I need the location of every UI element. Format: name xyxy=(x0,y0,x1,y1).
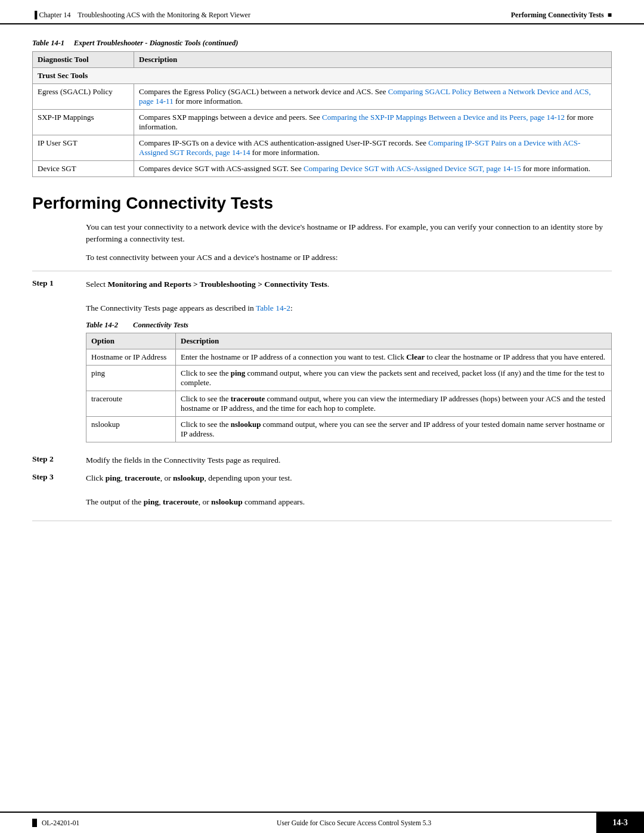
step1-row: Step 1 Select Monitoring and Reports > T… xyxy=(32,278,612,315)
table1-caption-number: Table 14-1 xyxy=(32,39,64,47)
table2-col2-header: Description xyxy=(176,333,612,349)
table2-col1-header: Option xyxy=(86,333,176,349)
tool-ipusersgt: IP User SGT xyxy=(33,135,134,161)
tool-egress: Egress (SGACL) Policy xyxy=(33,84,134,110)
step3-after: , depending upon your test. xyxy=(205,473,292,482)
section-rule xyxy=(32,271,612,271)
header-left: ▐ Chapter 14 Troubleshooting ACS with th… xyxy=(32,11,250,20)
table-row: Egress (SGACL) Policy Compares the Egres… xyxy=(33,84,612,110)
page-header: ▐ Chapter 14 Troubleshooting ACS with th… xyxy=(0,0,644,24)
step3-content: Click ping, traceroute, or nslookup, dep… xyxy=(86,472,612,509)
desc-egress-text2: for more information. xyxy=(174,97,243,106)
step2-label: Step 2 xyxy=(32,454,86,464)
intro-text-1: You can test your connectivity to a netw… xyxy=(86,221,612,246)
desc-ipusersgt: Compares IP-SGTs on a device with ACS au… xyxy=(134,135,612,161)
footer-guide-title: User Guide for Cisco Secure Access Contr… xyxy=(277,819,431,826)
table2-caption: Table 14-2 Connectivity Tests xyxy=(86,321,612,330)
table-row: ping Click to see the ping command outpu… xyxy=(86,365,612,391)
desc-nslookup-t1: Click to see the xyxy=(181,420,231,429)
desc-hostname-t2: to clear the hostname or IP address that… xyxy=(425,352,605,361)
table2-caption-number: Table 14-2 xyxy=(86,321,118,329)
desc-ipusersgt-text1: Compares IP-SGTs on a device with ACS au… xyxy=(139,138,428,147)
desc-hostname-t1: Enter the hostname or IP address of a co… xyxy=(181,352,406,361)
desc-egress-text1: Compares the Egress Policy (SGACL) betwe… xyxy=(139,87,388,96)
step3-out-cmd1: ping xyxy=(144,497,159,506)
step3-text-before: Click xyxy=(86,473,106,482)
table-row: Hostname or IP Address Enter the hostnam… xyxy=(86,349,612,365)
table1-subheader: Trust Sec Tools xyxy=(33,68,612,84)
step2-content: Modify the fields in the Connectivity Te… xyxy=(86,454,612,466)
table-row: traceroute Click to see the traceroute c… xyxy=(86,391,612,416)
step3-out-mid1: , xyxy=(159,497,163,506)
desc-sxp: Compares SXP mappings between a device a… xyxy=(134,110,612,135)
table2-caption-text: Connectivity Tests xyxy=(133,321,188,329)
footer-center: User Guide for Cisco Secure Access Contr… xyxy=(265,813,443,833)
table-row: SXP-IP Mappings Compares SXP mappings be… xyxy=(33,110,612,135)
page-footer: OL-24201-01 User Guide for Cisco Secure … xyxy=(0,812,644,833)
step3-out-mid2: , or xyxy=(199,497,211,506)
opt-hostname: Hostname or IP Address xyxy=(86,349,176,365)
step3-out-after: command appears. xyxy=(243,497,305,506)
step3-out-cmd3: nslookup xyxy=(211,497,243,506)
header-right: Performing Connectivity Tests ■ xyxy=(511,11,612,20)
link-sxp[interactable]: Comparing the SXP-IP Mappings Between a … xyxy=(322,113,565,122)
desc-ipusersgt-text2: for more information. xyxy=(250,148,319,157)
table1-col1-header: Diagnostic Tool xyxy=(33,52,134,68)
header-chapter-title: Troubleshooting ACS with the Monitoring … xyxy=(78,11,250,19)
step3-mid1: , xyxy=(120,473,125,482)
table1-caption-text: Expert Troubleshooter - Diagnostic Tools… xyxy=(74,39,239,47)
header-bar-icon: ▐ xyxy=(32,11,39,19)
section-title: Performing Connectivity Tests xyxy=(32,194,612,213)
table1-subheader-row: Trust Sec Tools xyxy=(33,68,612,84)
main-content: Table 14-1 Expert Troubleshooter - Diagn… xyxy=(0,24,644,576)
desc-ping-t1: Click to see the xyxy=(181,368,231,377)
desc-devicesgt-text1: Compares device SGT with ACS-assigned SG… xyxy=(139,164,304,173)
link-devicesgt[interactable]: Comparing Device SGT with ACS-Assigned D… xyxy=(304,164,521,173)
step3-mid2: , or xyxy=(160,473,173,482)
step2-row: Step 2 Modify the fields in the Connecti… xyxy=(32,454,612,466)
table1-col2-header: Description xyxy=(134,52,612,68)
link-table14-2[interactable]: Table 14-2 xyxy=(256,304,290,312)
step3-row: Step 3 Click ping, traceroute, or nslook… xyxy=(32,472,612,509)
opt-ping: ping xyxy=(86,365,176,391)
step1-text2: The Connectivity Tests page appears as d… xyxy=(86,304,256,312)
desc-ping: Click to see the ping command output, wh… xyxy=(176,365,612,391)
step1-label: Step 1 xyxy=(32,278,86,288)
desc-devicesgt: Compares device SGT with ACS-assigned SG… xyxy=(134,161,612,177)
table1: Diagnostic Tool Description Trust Sec To… xyxy=(32,51,612,177)
desc-traceroute-t1: Click to see the xyxy=(181,394,231,403)
tool-sxp: SXP-IP Mappings xyxy=(33,110,134,135)
footer-left: OL-24201-01 xyxy=(0,813,112,833)
table-row: IP User SGT Compares IP-SGTs on a device… xyxy=(33,135,612,161)
step1-bold: Monitoring and Reports > Troubleshooting… xyxy=(107,280,327,289)
desc-sxp-text1: Compares SXP mappings between a device a… xyxy=(139,113,322,122)
table-row: nslookup Click to see the nslookup comma… xyxy=(86,416,612,442)
tool-devicesgt: Device SGT xyxy=(33,161,134,177)
opt-traceroute: traceroute xyxy=(86,391,176,416)
desc-hostname: Enter the hostname or IP address of a co… xyxy=(176,349,612,365)
desc-devicesgt-text2: for more information. xyxy=(521,164,590,173)
bottom-rule xyxy=(32,521,612,521)
footer-page-number: 14-3 xyxy=(596,813,644,833)
step1-colon: : xyxy=(290,304,293,312)
step3-output-before: The output of the xyxy=(86,497,144,506)
step3-out-cmd2: traceroute xyxy=(163,497,199,506)
desc-nslookup: Click to see the nslookup command output… xyxy=(176,416,612,442)
table1-caption: Table 14-1 Expert Troubleshooter - Diagn… xyxy=(32,39,612,48)
desc-hostname-bold: Clear xyxy=(406,352,425,361)
desc-egress: Compares the Egress Policy (SGACL) betwe… xyxy=(134,84,612,110)
footer-doc-number: OL-24201-01 xyxy=(42,819,79,826)
step3-cmd2: traceroute xyxy=(125,473,160,482)
opt-nslookup: nslookup xyxy=(86,416,176,442)
desc-traceroute-cmd: traceroute xyxy=(231,394,265,403)
header-chapter: Chapter 14 xyxy=(39,11,71,19)
desc-nslookup-cmd: nslookup xyxy=(231,420,261,429)
step3-cmd3: nslookup xyxy=(173,473,205,482)
header-section-title: Performing Connectivity Tests xyxy=(511,11,604,19)
step1-text-after: . xyxy=(327,280,329,289)
step3-cmd1: ping xyxy=(106,473,121,482)
table2: Option Description Hostname or IP Addres… xyxy=(86,333,612,442)
step3-label: Step 3 xyxy=(32,472,86,482)
header-right-marker: ■ xyxy=(608,11,612,19)
intro-text-2: To test connectivity between your ACS an… xyxy=(86,252,612,264)
